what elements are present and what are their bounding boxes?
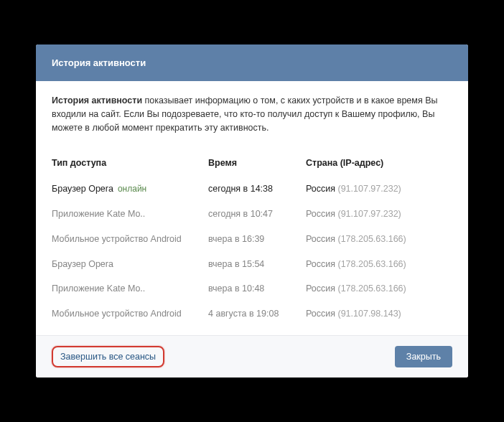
- session-country: Россия (178.205.63.166): [306, 282, 452, 296]
- table-row: Приложение Kate Mo.. сегодня в 10:47 Рос…: [52, 202, 452, 227]
- table-row: Мобильное устройство Android вчера в 16:…: [52, 227, 452, 252]
- session-type: Мобильное устройство Android: [52, 307, 208, 321]
- header-time: Время: [208, 156, 306, 170]
- modal-title: История активности: [52, 57, 146, 68]
- table-row: Мобильное устройство Android 4 августа в…: [52, 301, 452, 327]
- header-country: Страна (IP-адрес): [306, 156, 452, 170]
- session-country: Россия (178.205.63.166): [306, 258, 452, 271]
- session-time: сегодня в 14:38: [208, 182, 306, 196]
- close-button[interactable]: Закрыть: [395, 346, 452, 367]
- activity-history-modal: История активности История активности по…: [36, 44, 468, 378]
- session-type: Мобильное устройство Android: [52, 233, 208, 246]
- sessions-table: Тип доступа Время Страна (IP-адрес) Брау…: [52, 151, 452, 327]
- session-type: Приложение Kate Mo..: [52, 207, 208, 221]
- modal-header: История активности: [36, 44, 468, 81]
- table-row: Браузер Operaонлайн сегодня в 14:38 Росс…: [52, 177, 452, 202]
- session-type: Приложение Kate Mo..: [52, 282, 208, 296]
- session-country: Россия (91.107.98.143): [306, 307, 452, 321]
- session-type: Браузер Operaонлайн: [52, 182, 208, 196]
- description: История активности показывает информацию…: [52, 94, 452, 134]
- table-header-row: Тип доступа Время Страна (IP-адрес): [52, 151, 452, 177]
- header-type: Тип доступа: [52, 156, 208, 170]
- online-badge: онлайн: [118, 184, 146, 194]
- modal-body: История активности показывает информацию…: [36, 81, 468, 335]
- end-all-sessions-link[interactable]: Завершить все сеансы: [52, 346, 164, 367]
- session-time: сегодня в 10:47: [208, 207, 306, 221]
- session-country: Россия (91.107.97.232): [306, 182, 452, 196]
- table-row: Приложение Kate Mo.. вчера в 10:48 Росси…: [52, 276, 452, 301]
- session-time: вчера в 16:39: [208, 233, 306, 246]
- desc-bold: История активности: [52, 95, 142, 106]
- session-time: вчера в 10:48: [208, 282, 306, 296]
- modal-footer: Завершить все сеансы Закрыть: [36, 335, 468, 378]
- session-type: Браузер Opera: [52, 258, 208, 271]
- table-row: Браузер Opera вчера в 15:54 Россия (178.…: [52, 252, 452, 277]
- session-time: вчера в 15:54: [208, 258, 306, 271]
- session-country: Россия (178.205.63.166): [306, 233, 452, 246]
- session-country: Россия (91.107.97.232): [306, 207, 452, 221]
- session-time: 4 августа в 19:08: [208, 307, 306, 321]
